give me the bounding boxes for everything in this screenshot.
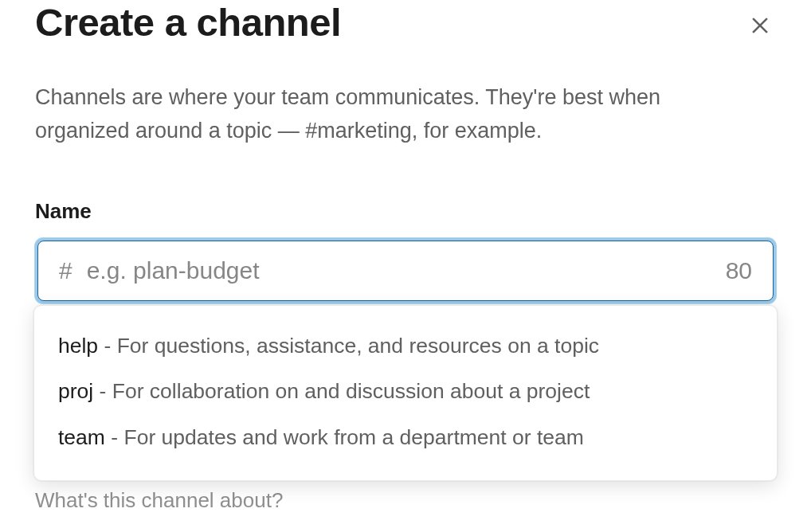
- hash-icon: #: [59, 257, 72, 284]
- suggestion-desc: - For questions, assistance, and resourc…: [98, 334, 599, 358]
- name-input-container: # 80: [37, 241, 774, 301]
- suggestion-dropdown: help - For questions, assistance, and re…: [33, 305, 778, 481]
- suggestion-item-help[interactable]: help - For questions, assistance, and re…: [34, 323, 777, 370]
- suggestion-desc: - For updates and work from a department…: [105, 425, 584, 449]
- suggestion-prefix: team: [58, 425, 105, 449]
- suggestion-prefix: help: [58, 334, 98, 358]
- channel-name-input[interactable]: [87, 257, 713, 284]
- dialog-header: Create a channel: [35, 0, 776, 45]
- suggestion-desc: - For collaboration on and discussion ab…: [93, 379, 590, 403]
- suggestion-item-team[interactable]: team - For updates and work from a depar…: [34, 415, 777, 461]
- name-field-label: Name: [35, 199, 776, 224]
- close-icon: [749, 14, 771, 37]
- description-helper-text: What's this channel about?: [35, 488, 776, 513]
- close-button[interactable]: [744, 10, 776, 41]
- char-count: 80: [726, 257, 752, 284]
- dialog-title: Create a channel: [35, 2, 341, 45]
- suggestion-item-proj[interactable]: proj - For collaboration on and discussi…: [34, 369, 777, 415]
- name-input-focus-ring: # 80: [35, 238, 776, 303]
- name-field-wrap: # 80 help - For questions, assistance, a…: [35, 238, 776, 303]
- dialog-description: Channels are where your team communicate…: [35, 81, 728, 148]
- suggestion-prefix: proj: [58, 379, 93, 403]
